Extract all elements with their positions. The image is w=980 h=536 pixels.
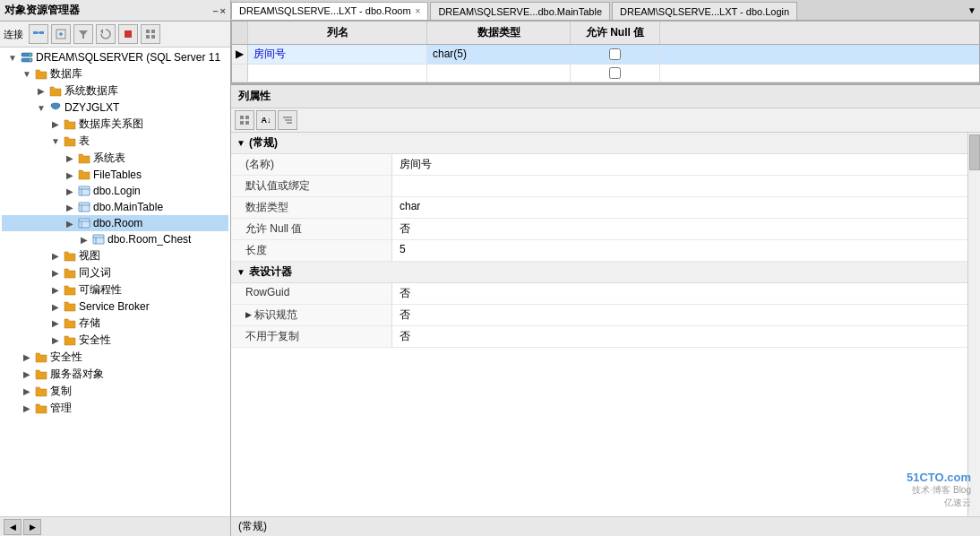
tree-item-dbo-maintable[interactable]: ▶ dbo.MainTable — [2, 199, 228, 215]
programmability-expander[interactable]: ▶ — [48, 283, 63, 298]
security-db-expander[interactable]: ▶ — [48, 333, 63, 348]
tree-item-file-tables[interactable]: ▶ FileTables — [2, 167, 228, 183]
prop-az-button[interactable]: A↓ — [256, 110, 276, 130]
scrollbar-track[interactable] — [967, 133, 980, 517]
svg-point-16 — [30, 59, 31, 61]
tree-item-server-objects[interactable]: ▶ 服务器对象 — [2, 366, 228, 383]
prop-category-button[interactable] — [278, 110, 297, 130]
svg-rect-11 — [146, 35, 150, 39]
svg-rect-1 — [39, 31, 44, 34]
management-folder-icon — [34, 402, 48, 416]
tree-item-databases[interactable]: ▼ 数据库 — [2, 65, 228, 82]
row-1-null-cell[interactable] — [571, 45, 660, 64]
tree-item-server[interactable]: ▼ DREAM\SQLSERVER (SQL Server 11 — [2, 49, 228, 65]
row-2-name-cell[interactable] — [248, 65, 427, 82]
grid-header: 列名 数据类型 允许 Null 值 — [232, 22, 979, 45]
tree-item-storage[interactable]: ▶ 存储 — [2, 315, 228, 332]
svg-point-15 — [30, 54, 31, 56]
row-1-name-input[interactable] — [254, 48, 424, 61]
grid-row-1[interactable]: ▶ char(5) — [232, 45, 979, 65]
tree-item-security-db[interactable]: ▶ 安全性 — [2, 332, 228, 349]
row-2-null-cell[interactable] — [571, 65, 660, 82]
prop-name-value: 房间号 — [392, 154, 980, 175]
scrollbar-thumb[interactable] — [969, 134, 980, 170]
tree-item-management[interactable]: ▶ 管理 — [2, 400, 228, 417]
tab-room[interactable]: DREAM\SQLSERVE...LXT - dbo.Room × — [231, 2, 428, 20]
new-query-button[interactable] — [51, 24, 71, 44]
filter-button[interactable] — [73, 24, 93, 44]
col-header-type: 数据类型 — [427, 22, 571, 44]
nav-next-button[interactable]: ▶ — [23, 519, 41, 535]
security-expander[interactable]: ▶ — [20, 350, 34, 365]
tree-item-synonyms[interactable]: ▶ 同义词 — [2, 264, 228, 281]
row-2-indicator — [232, 65, 248, 82]
row-2-type-cell[interactable] — [427, 65, 571, 82]
tree-item-service-broker[interactable]: ▶ Service Broker — [2, 298, 228, 315]
synonyms-expander[interactable]: ▶ — [48, 266, 63, 281]
row-1-name-cell[interactable] — [248, 45, 427, 64]
sys-dbs-expander[interactable]: ▶ — [34, 84, 48, 99]
prop-sort-button[interactable] — [235, 110, 254, 130]
replication-folder-icon — [34, 385, 48, 399]
server-expander[interactable]: ▼ — [5, 50, 20, 65]
identity-label-text: 标识规范 — [254, 307, 297, 323]
tree-item-views[interactable]: ▶ 视图 — [2, 247, 228, 264]
tree-item-dzyjglxt[interactable]: ▼ DZYJGLXT — [2, 99, 228, 116]
service-broker-expander[interactable]: ▶ — [48, 299, 63, 314]
tree-item-replication[interactable]: ▶ 复制 — [2, 383, 228, 400]
tables-expander[interactable]: ▼ — [48, 134, 63, 149]
tab-maintable[interactable]: DREAM\SQLSERVE...dbo.MainTable — [430, 2, 610, 20]
sidebar: 对象资源管理器 – × 连接 — [0, 0, 231, 536]
views-expander[interactable]: ▶ — [48, 249, 63, 264]
svg-rect-10 — [151, 30, 155, 33]
sys-dbs-label: 系统数据库 — [63, 83, 118, 99]
tab-room-label: DREAM\SQLSERVE...LXT - dbo.Room — [239, 5, 411, 16]
tree-item-sys-tables[interactable]: ▶ 系统表 — [2, 150, 228, 167]
tab-room-close[interactable]: × — [416, 6, 421, 16]
tree-item-dbo-login[interactable]: ▶ dbo.Login — [2, 183, 228, 199]
svg-rect-8 — [125, 30, 132, 38]
tables-label: 表 — [77, 134, 90, 149]
collapse-button[interactable] — [141, 24, 160, 44]
prop-row-rowguid: RowGuid 否 — [231, 283, 980, 305]
tree-item-programmability[interactable]: ▶ 可编程性 — [2, 281, 228, 298]
tab-login[interactable]: DREAM\SQLSERVE...LXT - dbo.Login — [612, 2, 797, 20]
db-diagram-expander[interactable]: ▶ — [48, 117, 63, 132]
storage-expander[interactable]: ▶ — [48, 316, 63, 331]
tree-item-dbo-room[interactable]: ▶ dbo.Room — [2, 215, 228, 231]
dbo-login-expander[interactable]: ▶ — [63, 184, 77, 198]
tree-item-tables[interactable]: ▼ 表 — [2, 133, 228, 150]
tree-item-security[interactable]: ▶ 安全性 — [2, 349, 228, 366]
sys-tables-expander[interactable]: ▶ — [63, 151, 77, 166]
tree-item-sys-dbs[interactable]: ▶ 系统数据库 — [2, 82, 228, 99]
nav-prev-button[interactable]: ◀ — [4, 519, 21, 535]
management-expander[interactable]: ▶ — [20, 402, 34, 416]
app-container: 对象资源管理器 – × 连接 — [0, 0, 980, 536]
dzyjglxt-expander[interactable]: ▼ — [34, 100, 48, 115]
main-area: 对象资源管理器 – × 连接 — [0, 0, 980, 536]
prop-row-identity[interactable]: ▶ 标识规范 否 — [231, 305, 980, 326]
tree-item-dbo-room-chest[interactable]: ▶ dbo.Room_Chest — [2, 231, 228, 247]
dbo-maintable-expander[interactable]: ▶ — [63, 200, 77, 214]
stop-button[interactable] — [118, 24, 138, 44]
databases-expander[interactable]: ▼ — [20, 67, 34, 82]
refresh-button[interactable] — [96, 24, 116, 44]
dbo-room-chest-expander[interactable]: ▶ — [77, 232, 91, 246]
server-objects-expander[interactable]: ▶ — [20, 367, 34, 382]
sys-tables-folder-icon — [77, 151, 91, 166]
prop-rowguid-value: 否 — [392, 283, 980, 304]
tab-overflow-button[interactable]: ▼ — [964, 0, 980, 20]
file-tables-folder-icon — [77, 168, 91, 182]
file-tables-expander[interactable]: ▶ — [63, 168, 77, 182]
connect-label: 连接 — [4, 28, 23, 41]
row-1-null-checkbox[interactable] — [576, 48, 654, 60]
replication-expander[interactable]: ▶ — [20, 385, 34, 399]
prop-section-designer-header[interactable]: ▼ 表设计器 — [231, 262, 980, 283]
row-1-type-cell[interactable]: char(5) — [427, 45, 571, 64]
connect-button[interactable] — [29, 24, 48, 44]
row-2-null-checkbox[interactable] — [576, 67, 654, 79]
tree-item-db-diagram[interactable]: ▶ 数据库关系图 — [2, 116, 228, 133]
dbo-room-expander[interactable]: ▶ — [63, 216, 77, 230]
prop-section-general-header[interactable]: ▼ (常规) — [231, 133, 980, 154]
grid-row-2[interactable] — [232, 65, 979, 82]
